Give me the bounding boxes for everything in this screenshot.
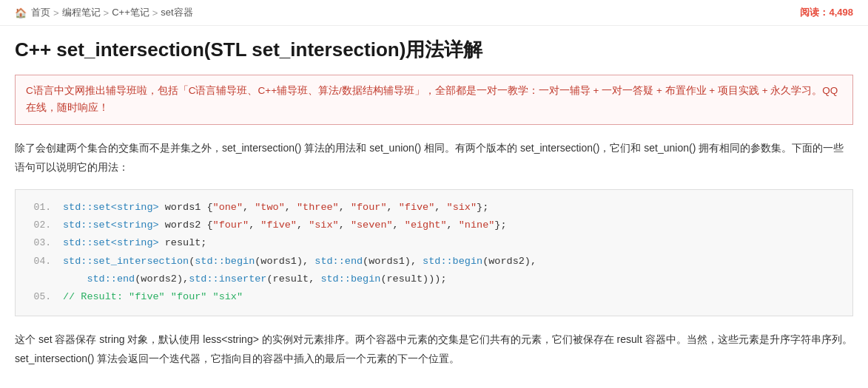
breadcrumb-sep1: > bbox=[53, 7, 59, 18]
breadcrumb-current: set容器 bbox=[161, 6, 192, 19]
breadcrumb-sep3: > bbox=[152, 7, 158, 18]
notice-text: C语言中文网推出辅导班啦，包括「C语言辅导班、C++辅导班、算法/数据结构辅导班… bbox=[26, 85, 838, 113]
breadcrumb: 🏠 首页 > 编程笔记 > C++笔记 > set容器 bbox=[15, 6, 193, 19]
breadcrumb-home-link[interactable]: 首页 bbox=[31, 6, 50, 19]
line-num-5: 05. bbox=[24, 288, 51, 305]
line-num-3: 03. bbox=[24, 234, 51, 251]
read-count-area: 阅读：4,498 bbox=[800, 6, 853, 19]
code-content-2: std::set<string> words2 {"four", "five",… bbox=[63, 217, 844, 234]
intro-text: 除了会创建两个集合的交集而不是并集之外，set_intersection() 算… bbox=[15, 138, 853, 177]
breadcrumb-cat2-link[interactable]: C++笔记 bbox=[112, 6, 149, 19]
code-line-5: 05. // Result: "five" "four" "six" bbox=[16, 288, 852, 306]
read-number: 4,498 bbox=[829, 7, 853, 18]
page-title: C++ set_intersection(STL set_intersectio… bbox=[15, 38, 853, 63]
read-label: 阅读： bbox=[800, 7, 829, 18]
breadcrumb-sep2: > bbox=[104, 7, 110, 18]
code-content-4: std::set_intersection(std::begin(words1)… bbox=[63, 253, 844, 289]
line-num-2: 02. bbox=[24, 217, 51, 234]
code-line-1: 01. std::set<string> words1 {"one", "two… bbox=[16, 199, 852, 217]
code-content-3: std::set<string> result; bbox=[63, 234, 844, 252]
line-num-1: 01. bbox=[24, 199, 51, 216]
content-area: C++ set_intersection(STL set_intersectio… bbox=[0, 26, 868, 384]
home-icon: 🏠 bbox=[15, 7, 27, 18]
code-line-3: 03. std::set<string> result; bbox=[16, 234, 852, 252]
code-content-1: std::set<string> words1 {"one", "two", "… bbox=[63, 199, 844, 217]
breadcrumb-cat1-link[interactable]: 编程笔记 bbox=[62, 6, 101, 19]
line-num-4: 04. bbox=[24, 253, 51, 270]
bottom-text: 这个 set 容器保存 string 对象，默认使用 less<string> … bbox=[15, 330, 853, 369]
notice-box: C语言中文网推出辅导班啦，包括「C语言辅导班、C++辅导班、算法/数据结构辅导班… bbox=[15, 75, 853, 125]
code-block: 01. std::set<string> words1 {"one", "two… bbox=[15, 189, 853, 316]
code-line-2: 02. std::set<string> words2 {"four", "fi… bbox=[16, 217, 852, 234]
code-content-5: // Result: "five" "four" "six" bbox=[63, 288, 844, 306]
code-line-4: 04. std::set_intersection(std::begin(wor… bbox=[16, 253, 852, 289]
breadcrumb-bar: 🏠 首页 > 编程笔记 > C++笔记 > set容器 阅读：4,498 bbox=[0, 0, 868, 26]
